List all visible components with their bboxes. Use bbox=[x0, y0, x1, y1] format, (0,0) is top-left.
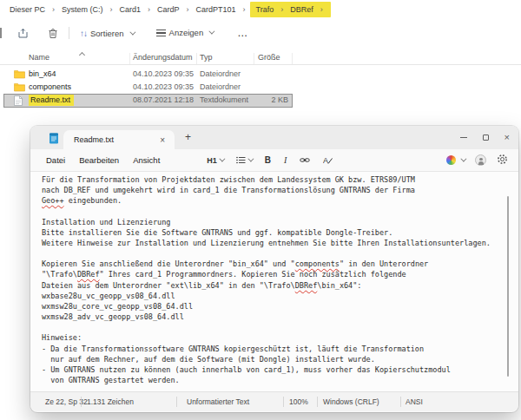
copilot-button[interactable] bbox=[446, 155, 465, 165]
sort-button[interactable]: ↑↓ Sortieren bbox=[75, 25, 139, 42]
settings-button[interactable] bbox=[497, 154, 508, 167]
list-button[interactable] bbox=[233, 154, 255, 167]
folder-icon bbox=[14, 69, 25, 81]
line-ending: Windows (CRLF) bbox=[323, 397, 379, 406]
more-options-button[interactable]: … bbox=[230, 27, 255, 39]
table-row-components[interactable]: components 04.10.2023 09:35 Dateiordner bbox=[0, 81, 521, 94]
breadcrumb-item-cardpt101[interactable]: CardPT101 bbox=[194, 3, 239, 16]
menubar-right-group bbox=[446, 149, 508, 171]
column-header-size[interactable]: Größe bbox=[258, 53, 280, 62]
text-segment: " Ihres card_1 Programmordners. Kopieren… bbox=[100, 270, 406, 279]
text-segment: von GNTRANS gestartet werden. bbox=[42, 376, 180, 384]
menu-ansicht[interactable]: Ansicht bbox=[126, 152, 167, 168]
breadcrumb-item-trafo[interactable]: Trafo bbox=[254, 3, 277, 16]
column-divider[interactable] bbox=[196, 53, 197, 64]
table-row-bin-x64[interactable]: bin_x64 04.10.2023 09:35 Dateiordner bbox=[0, 68, 521, 81]
chevron-right-icon: › bbox=[106, 5, 117, 14]
text-line: Weitere Hinweise zur Installation und Li… bbox=[42, 238, 491, 248]
text-line bbox=[42, 248, 491, 259]
explorer-toolbar: ↑↓ Sortieren Anzeigen … bbox=[0, 22, 521, 44]
tab-close-icon[interactable]: × bbox=[157, 135, 168, 145]
notepad-window: Readme.txt × + × Datei Bearbeiten Ansich… bbox=[30, 126, 518, 412]
character-count: 1.131 Zeichen bbox=[87, 397, 134, 406]
column-header-name[interactable]: Name bbox=[29, 53, 49, 62]
share-button[interactable] bbox=[12, 24, 34, 43]
close-button[interactable]: × bbox=[505, 133, 510, 142]
file-type: Dateiordner bbox=[200, 69, 241, 78]
text-line: Geo++ eingebunden. bbox=[42, 195, 491, 206]
bold-button[interactable]: B bbox=[261, 153, 274, 167]
column-header-type[interactable]: Typ bbox=[200, 53, 213, 62]
notepad-statusbar: Ze 22, Sp 32 1.131 Zeichen Unformatierte… bbox=[30, 391, 518, 411]
column-header-date[interactable]: Änderungsdatum bbox=[133, 53, 193, 62]
sort-button-label: Sortieren bbox=[90, 29, 124, 38]
account-icon[interactable] bbox=[475, 154, 486, 166]
heading-button[interactable]: H1 bbox=[203, 154, 227, 167]
text-segment: "\Trafo\ bbox=[42, 270, 77, 279]
delete-button[interactable] bbox=[43, 24, 63, 43]
text-line: "\Trafo\DBRef" Ihres card_1 Programmordn… bbox=[42, 269, 491, 279]
chevron-down-icon bbox=[129, 29, 135, 35]
text-editor[interactable]: Für die Transformation von Projektdaten … bbox=[30, 171, 518, 391]
chevron-down-icon bbox=[247, 156, 254, 162]
column-divider[interactable] bbox=[292, 53, 293, 64]
text-file-icon bbox=[14, 95, 23, 108]
link-button[interactable] bbox=[296, 154, 313, 167]
breadcrumb-item-dieser-pc[interactable]: Dieser PC bbox=[7, 3, 48, 16]
text-line: nach DB_REF und umgekehrt wird in card_1… bbox=[42, 185, 491, 195]
chevron-right-icon: › bbox=[276, 5, 287, 14]
editor-content: Für die Transformation von Projektdaten … bbox=[42, 174, 491, 385]
maximize-button[interactable] bbox=[483, 135, 489, 141]
breadcrumb-item-dbref[interactable]: DBRef bbox=[287, 3, 316, 16]
status-divider bbox=[283, 397, 284, 407]
chevron-right-icon: › bbox=[239, 5, 250, 14]
text-segment: nach DB_REF und umgekehrt wird in card_1… bbox=[42, 186, 415, 194]
file-type: Dateiordner bbox=[200, 82, 241, 91]
menu-datei[interactable]: Datei bbox=[39, 152, 72, 168]
minimize-button[interactable] bbox=[460, 137, 467, 138]
text-segment: eingebunden. bbox=[64, 196, 122, 205]
heading-label: H1 bbox=[207, 156, 217, 165]
table-row-readme-selected[interactable]: Readme.txt 08.07.2021 12:18 Textdokument… bbox=[0, 94, 521, 108]
text-line: wxmsw28_adv_vc_geopp_vs08_64.dll bbox=[42, 312, 491, 322]
notepad-menubar: Datei Bearbeiten Ansicht H1 B I A bbox=[30, 149, 518, 171]
text-line bbox=[42, 206, 491, 216]
text-segment: Installation und Lizenzierung bbox=[42, 218, 170, 226]
text-line: wxbase28u_vc_geopp_vs08_64.dll bbox=[42, 291, 491, 301]
tab-readme[interactable]: Readme.txt × bbox=[63, 130, 175, 149]
misspelled-word: components bbox=[295, 259, 340, 268]
text-segment: nur auf dem Rechner, auf dem die Softwar… bbox=[42, 355, 375, 364]
menu-bearbeiten[interactable]: Bearbeiten bbox=[72, 152, 126, 168]
text-segment: - Da die Transformationssoftware GNTRANS… bbox=[42, 345, 424, 353]
column-divider[interactable] bbox=[129, 53, 130, 64]
text-line: Installation und Lizenzierung bbox=[42, 217, 491, 227]
partial-toolbar-icon[interactable] bbox=[0, 28, 2, 38]
text-segment: " in den Unterordner bbox=[340, 259, 428, 268]
copilot-icon bbox=[446, 155, 456, 165]
file-name: bin_x64 bbox=[29, 69, 56, 78]
italic-button[interactable]: I bbox=[280, 153, 290, 167]
breadcrumb-item-card1[interactable]: Card1 bbox=[117, 3, 144, 16]
file-list: Name Änderungsdatum Typ Größe bin_x64 04… bbox=[0, 48, 521, 108]
file-size: 2 KB bbox=[254, 95, 288, 104]
view-button[interactable]: Anzeigen bbox=[151, 24, 219, 42]
breadcrumb-item-cardp[interactable]: CardP bbox=[155, 3, 182, 16]
clear-format-button[interactable]: A bbox=[320, 153, 336, 167]
text-segment: - Um GNTRANS nutzen zu können (auch inne… bbox=[42, 365, 451, 374]
vertical-scrollbar[interactable] bbox=[507, 196, 509, 377]
breadcrumb-item-system-c[interactable]: System (C:) bbox=[59, 3, 106, 16]
link-icon bbox=[300, 156, 310, 164]
new-tab-button[interactable]: + bbox=[181, 131, 195, 143]
file-name: components bbox=[29, 82, 71, 91]
sort-ascending-icon bbox=[79, 52, 85, 58]
zoom-level[interactable]: 100% bbox=[289, 397, 308, 406]
clear-format-icon: A bbox=[323, 155, 333, 165]
text-format: Unformatierter Text bbox=[187, 397, 249, 406]
view-button-label: Anzeigen bbox=[169, 28, 204, 37]
status-divider bbox=[400, 397, 401, 407]
column-divider[interactable] bbox=[254, 53, 254, 64]
chevron-right-icon: › bbox=[182, 5, 194, 14]
notepad-titlebar[interactable]: Readme.txt × + × bbox=[30, 126, 518, 149]
text-line: Kopieren Sie anschließend die Unterordne… bbox=[42, 259, 491, 269]
file-type: Textdokument bbox=[200, 95, 248, 104]
